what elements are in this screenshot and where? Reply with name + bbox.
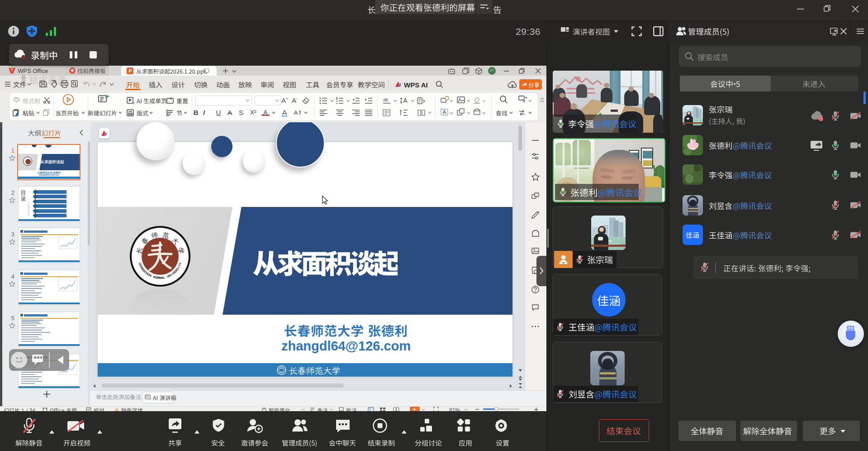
svg-text:Y: Y [179, 262, 182, 265]
svg-text:L: L [163, 276, 166, 279]
svg-text:ab: ab [383, 97, 389, 102]
